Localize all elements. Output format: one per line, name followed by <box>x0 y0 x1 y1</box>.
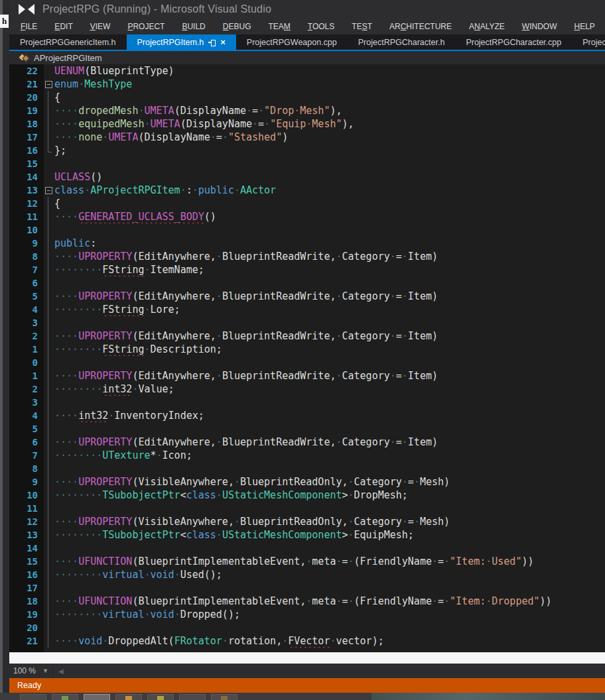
code-text <box>54 542 605 555</box>
code-line: 3 <box>9 396 605 409</box>
outline-margin <box>44 64 54 78</box>
outline-margin <box>44 595 54 608</box>
code-text: ········TSubobjectPtr<class·UStaticMeshC… <box>54 528 605 542</box>
line-number: 21 <box>9 78 44 91</box>
code-line: 14 <box>9 542 605 555</box>
menu-item-team[interactable]: TEAM <box>259 19 299 34</box>
menu-item-architecture[interactable]: ARCHITECTURE <box>381 19 460 34</box>
outline-margin <box>44 290 54 303</box>
outline-margin <box>44 369 54 382</box>
title-bar[interactable]: ProjectRPG (Running) - Microsoft Visual … <box>9 0 605 19</box>
menu-item-analyze[interactable]: ANALYZE <box>460 19 513 34</box>
separator <box>52 664 53 678</box>
taskbar-icon-glyph <box>125 696 132 700</box>
taskbar-icon[interactable] <box>84 694 110 700</box>
collapse-region-icon[interactable] <box>44 78 54 91</box>
outline-margin <box>44 276 54 290</box>
taskbar-desktop-sliver <box>371 693 605 700</box>
code-text: { <box>54 91 605 104</box>
menu-item-window[interactable]: WINDOW <box>513 19 566 34</box>
taskbar-icon[interactable] <box>20 694 46 700</box>
visual-studio-window: ProjectRPG (Running) - Microsoft Visual … <box>9 0 605 693</box>
menu-item-build[interactable]: BUILD <box>173 19 214 34</box>
menu-item-debug[interactable]: DEBUG <box>214 19 260 34</box>
tab-projectrpg[interactable]: ProjectRPG <box>572 34 605 50</box>
tab-label: ProjectRPGItem.h <box>137 38 204 47</box>
code-editor[interactable]: 22UENUM(BlueprintType)21enum·MeshType20{… <box>9 64 605 652</box>
line-number: 10 <box>9 489 44 502</box>
line-number: 19 <box>9 608 44 621</box>
collapse-region-icon[interactable] <box>44 184 54 197</box>
code-text <box>54 581 605 595</box>
status-bar: Ready <box>9 678 605 693</box>
code-text: ········FString·ItemName; <box>54 263 605 276</box>
code-text: ····UPROPERTY(EditAnywhere,·BlueprintRea… <box>54 436 605 449</box>
taskbar-icon[interactable] <box>115 694 142 700</box>
line-number: 7 <box>9 263 44 276</box>
code-line: 10········TSubobjectPtr<class·UStaticMes… <box>9 489 605 502</box>
code-text: ····int32·InventoryIndex; <box>54 409 605 422</box>
close-icon[interactable]: × <box>220 38 226 46</box>
code-text: class·AProjectRPGItem·:·public·AActor <box>54 184 605 197</box>
breadcrumb-class-name: AProjectRPGItem <box>34 53 102 63</box>
outline-margin <box>44 515 54 528</box>
outline-margin <box>44 210 54 223</box>
menu-item-tools[interactable]: TOOLS <box>299 19 343 34</box>
menu-item-project[interactable]: PROJECT <box>119 19 173 34</box>
tab-label: ProjectRPGCharacter.cpp <box>466 38 561 47</box>
code-text: ····UPROPERTY(EditAnywhere,·BlueprintRea… <box>54 290 605 303</box>
code-line: 11····GENERATED_UCLASS_BODY() <box>9 210 605 223</box>
code-line: 9public: <box>9 237 605 250</box>
scrollbar-left-arrow-icon[interactable]: ◀ <box>56 668 66 675</box>
line-number: 18 <box>9 117 44 131</box>
window-title: ProjectRPG (Running) - Microsoft Visual … <box>42 3 271 15</box>
line-number: 12 <box>9 515 44 528</box>
code-line: 4········FString·Lore; <box>9 303 605 316</box>
tab-projectrpgcharacter.h[interactable]: ProjectRPGCharacter.h <box>348 34 456 50</box>
menu-item-view[interactable]: VIEW <box>82 19 119 34</box>
tab-projectrpgcharacter.cpp[interactable]: ProjectRPGCharacter.cpp <box>455 34 572 50</box>
code-line: 20 <box>9 621 605 634</box>
tab-projectrpggenericitem.h[interactable]: ProjectRPGGenericItem.h <box>9 34 127 50</box>
code-line: 21····void·DroppedAlt(FRotator·rotation,… <box>9 634 605 648</box>
code-text <box>54 396 605 409</box>
line-number: 17 <box>9 131 44 144</box>
document-tab-bar: ProjectRPGGenericItem.hProjectRPGItem.h×… <box>9 34 605 51</box>
taskbar-icon[interactable] <box>147 694 174 700</box>
outline-margin <box>44 542 54 555</box>
breadcrumb[interactable]: AProjectRPGItem <box>9 51 605 64</box>
code-text: ········virtual·void·Used(); <box>54 568 605 581</box>
menu-item-test[interactable]: TEST <box>343 19 381 34</box>
line-number: 11 <box>9 502 44 515</box>
menu-item-edit[interactable]: EDIT <box>46 19 81 34</box>
line-number: 3 <box>9 396 44 409</box>
visual-studio-logo-icon <box>19 3 34 15</box>
code-line: 4····int32·InventoryIndex; <box>9 409 605 422</box>
menu-item-help[interactable]: HELP <box>565 19 603 34</box>
code-line: 2····UPROPERTY(EditAnywhere,·BlueprintRe… <box>9 329 605 343</box>
code-line: 14UCLASS() <box>9 170 605 184</box>
code-line: 18····equipedMesh·UMETA(DisplayName·=·"E… <box>9 117 605 131</box>
outline-margin <box>44 157 54 170</box>
zoom-level-select[interactable]: 100 % ▼ <box>9 664 52 678</box>
outline-margin <box>44 237 54 250</box>
line-number: 6 <box>9 276 44 290</box>
outline-margin <box>44 489 54 502</box>
code-line: 16}; <box>9 144 605 157</box>
outline-margin <box>44 475 54 489</box>
taskbar-icon[interactable] <box>179 694 206 700</box>
tab-projectrpgweapon.cpp[interactable]: ProjectRPGWeapon.cpp <box>236 34 348 50</box>
taskbar-icon[interactable] <box>52 694 78 700</box>
outline-margin <box>44 104 54 117</box>
outline-margin <box>44 170 54 184</box>
tab-label: ProjectRPGGenericItem.h <box>20 38 116 47</box>
tab-projectrpgitem.h[interactable]: ProjectRPGItem.h× <box>127 34 236 50</box>
code-line: 15····UFUNCTION(BlueprintImplementableEv… <box>9 555 605 568</box>
outline-margin <box>44 436 54 449</box>
code-text <box>54 356 605 369</box>
taskbar-icon[interactable] <box>211 694 237 700</box>
outline-margin <box>44 528 54 542</box>
pin-icon[interactable] <box>208 38 216 46</box>
menu-item-file[interactable]: FILE <box>12 19 46 34</box>
horizontal-scrollbar[interactable] <box>66 664 605 678</box>
